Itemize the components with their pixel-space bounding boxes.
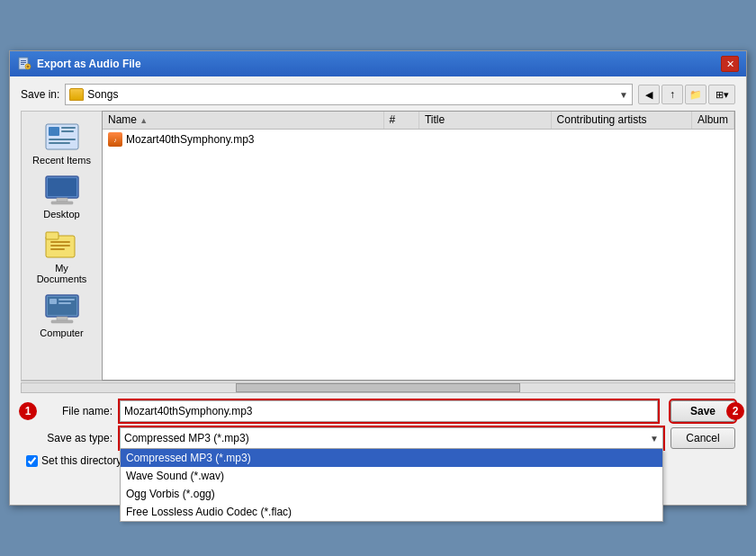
dialog-body: Save in: Songs ▼ ◀ ↑ 📁 ⊞▾ — [10, 76, 746, 505]
sidebar: Recent Items Desktop — [21, 111, 102, 381]
content-area: Recent Items Desktop — [21, 111, 735, 381]
svg-rect-19 — [50, 241, 70, 243]
scrollbar-track[interactable] — [21, 382, 735, 393]
filename-input[interactable] — [120, 400, 658, 422]
sidebar-label-desktop: Desktop — [43, 209, 79, 220]
svg-rect-1 — [21, 60, 26, 61]
chevron-down-icon: ▼ — [619, 90, 628, 100]
option-wav[interactable]: Wave Sound (*.wav) — [121, 467, 662, 485]
column-header-name[interactable]: Name ▲ — [103, 112, 384, 129]
file-number-cell — [391, 139, 427, 140]
savetype-dropdown: Compressed MP3 (*.mp3) Wave Sound (*.wav… — [120, 449, 663, 522]
svg-rect-21 — [50, 248, 65, 250]
back-button[interactable]: ◀ — [638, 85, 660, 104]
sidebar-label-mydocs: My Documents — [30, 263, 94, 284]
cancel-button-wrapper: Cancel — [663, 427, 735, 449]
svg-rect-18 — [46, 232, 58, 239]
sidebar-label-recent: Recent Items — [32, 155, 91, 166]
horizontal-scrollbar[interactable] — [21, 381, 735, 393]
svg-rect-9 — [61, 127, 76, 129]
svg-rect-8 — [49, 127, 59, 136]
save-button[interactable]: Save — [670, 400, 735, 422]
close-button[interactable]: ✕ — [721, 56, 739, 72]
cancel-button[interactable]: Cancel — [670, 427, 735, 449]
svg-rect-24 — [57, 317, 68, 320]
dialog-title: Export as Audio File — [37, 58, 141, 70]
file-list: Name ▲ # Title Contributing artists Albu… — [102, 111, 735, 381]
column-header-artists[interactable]: Contributing artists — [552, 112, 692, 129]
filename-label: File name: — [21, 405, 120, 417]
toolbar-buttons: ◀ ↑ 📁 ⊞▾ — [638, 85, 735, 104]
svg-rect-16 — [51, 202, 73, 204]
savetype-display[interactable]: Compressed MP3 (*.mp3) ▼ — [120, 427, 663, 449]
up-icon: ↑ — [670, 88, 675, 101]
svg-rect-27 — [58, 299, 75, 300]
up-button[interactable]: ↑ — [662, 85, 683, 104]
savetype-selected: Compressed MP3 (*.mp3) — [124, 432, 249, 444]
column-header-number[interactable]: # — [384, 112, 419, 129]
column-header-title[interactable]: Title — [419, 112, 552, 129]
svg-rect-28 — [58, 302, 71, 304]
desktop-icon — [44, 175, 80, 207]
scrollbar-thumb[interactable] — [236, 383, 521, 392]
save-in-label: Save in: — [21, 88, 59, 101]
views-icon: ⊞▾ — [716, 89, 729, 101]
my-documents-icon-wrapper — [44, 229, 80, 261]
save-in-folder-name: Songs — [87, 88, 616, 101]
action-buttons: Save — [658, 400, 735, 422]
default-folder-checkbox[interactable] — [26, 455, 38, 467]
svg-rect-26 — [50, 299, 57, 304]
sidebar-item-computer[interactable]: Computer — [26, 290, 98, 342]
save-in-combo[interactable]: Songs ▼ — [65, 84, 633, 105]
svg-rect-15 — [57, 198, 68, 202]
title-bar-left: Export as Audio File — [17, 57, 141, 71]
option-mp3[interactable]: Compressed MP3 (*.mp3) — [121, 449, 662, 467]
chevron-down-icon: ▼ — [650, 434, 659, 444]
save-in-row: Save in: Songs ▼ ◀ ↑ 📁 ⊞▾ — [21, 84, 735, 105]
file-list-header: Name ▲ # Title Contributing artists Albu… — [103, 112, 734, 130]
savetype-label: Save as type: — [21, 432, 120, 444]
option-ogg[interactable]: Ogg Vorbis (*.ogg) — [121, 485, 662, 503]
folder-icon — [69, 88, 84, 101]
svg-rect-2 — [21, 62, 26, 63]
svg-rect-11 — [49, 139, 76, 140]
filename-row: 1 File name: Save 2 — [21, 400, 735, 422]
sidebar-item-mydocs[interactable]: My Documents — [26, 225, 98, 288]
file-title-cell — [427, 139, 562, 140]
option-flac[interactable]: Free Lossless Audio Codec (*.flac) — [121, 503, 662, 521]
svg-rect-3 — [21, 64, 24, 65]
table-row[interactable]: ♪ Mozart40thSymphony.mp3 — [103, 130, 734, 149]
svg-rect-14 — [48, 178, 76, 196]
savetype-combo[interactable]: Compressed MP3 (*.mp3) ▼ Compressed MP3 … — [120, 427, 663, 449]
svg-rect-12 — [49, 142, 70, 144]
new-folder-button[interactable]: 📁 — [685, 85, 706, 104]
computer-icon — [44, 293, 80, 326]
my-docs-icon — [44, 229, 80, 261]
views-button[interactable]: ⊞▾ — [708, 85, 735, 104]
column-header-album[interactable]: Album — [692, 112, 734, 129]
file-artist-cell — [562, 139, 706, 140]
recent-items-icon-wrapper — [44, 121, 80, 153]
file-name-cell: ♪ Mozart40thSymphony.mp3 — [103, 131, 391, 148]
sort-arrow-name: ▲ — [140, 116, 148, 125]
dialog-icon — [17, 57, 32, 71]
desktop-icon-wrapper — [44, 175, 80, 207]
back-icon: ◀ — [645, 89, 652, 101]
recent-icon — [44, 121, 80, 153]
sidebar-item-desktop[interactable]: Desktop — [26, 171, 98, 223]
savetype-row: Save as type: Compressed MP3 (*.mp3) ▼ C… — [21, 427, 735, 449]
title-bar: Export as Audio File ✕ — [10, 51, 746, 76]
svg-rect-20 — [50, 245, 70, 247]
file-album-cell — [706, 139, 734, 140]
export-dialog: Export as Audio File ✕ Save in: Songs ▼ … — [9, 50, 747, 506]
sidebar-item-recent[interactable]: Recent Items — [26, 117, 98, 169]
new-folder-icon: 📁 — [689, 89, 702, 101]
bottom-form: 1 File name: Save 2 Save as type: Compre… — [21, 393, 735, 496]
svg-rect-25 — [51, 320, 73, 323]
svg-rect-10 — [61, 130, 74, 132]
svg-rect-6 — [27, 67, 30, 67]
computer-icon-wrapper — [44, 293, 80, 326]
mp3-icon: ♪ — [108, 132, 122, 147]
file-name-text: Mozart40thSymphony.mp3 — [126, 133, 255, 146]
sidebar-label-computer: Computer — [40, 327, 83, 338]
